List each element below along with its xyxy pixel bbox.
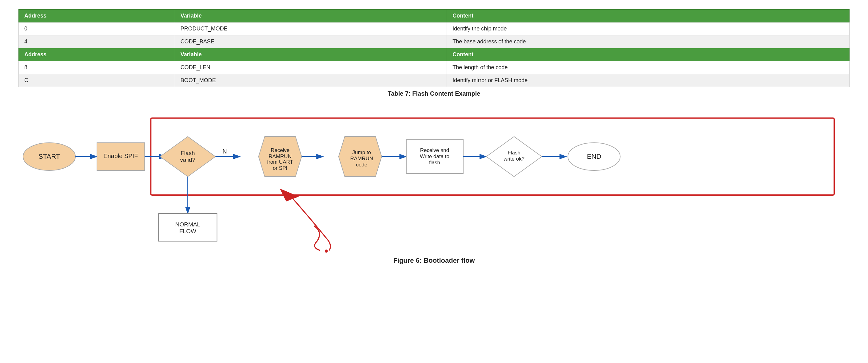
receive-write-line3: flash	[429, 160, 440, 165]
enable-spif-label: Enable SPIF	[103, 153, 138, 159]
cell-variable: PRODUCT_MODE	[175, 23, 447, 35]
col-header-content-2: Content	[447, 48, 849, 61]
col-header-variable-2: Variable	[175, 48, 447, 61]
table-row: 8 CODE_LEN The length of the code	[19, 61, 849, 74]
cell-variable: BOOT_MODE	[175, 74, 447, 87]
cell-content: Identify mirror or FLASH mode	[447, 74, 849, 87]
cell-address: 4	[19, 35, 175, 48]
cell-address: 0	[19, 23, 175, 35]
end-label: END	[587, 153, 601, 160]
jump-ramrun-line2: RAMRUN	[350, 156, 373, 161]
cell-variable: CODE_LEN	[175, 61, 447, 74]
flash-content-table: Address Variable Content 0 PRODUCT_MODE …	[19, 9, 849, 87]
flowchart-svg: START Enable SPIF Flash valid? N Receive…	[19, 106, 849, 253]
receive-ramrun-line4: or SPI	[273, 165, 287, 171]
receive-ramrun-line1: Receive	[271, 147, 289, 153]
cell-address: 8	[19, 61, 175, 74]
svg-point-19	[325, 249, 328, 252]
jump-ramrun-line3: code	[356, 162, 367, 168]
table-caption: Table 7: Flash Content Example	[19, 90, 849, 97]
receive-write-line1: Receive and	[420, 147, 450, 153]
normal-flow-line2: FLOW	[179, 228, 196, 234]
table-row: 0 PRODUCT_MODE Identify the chip mode	[19, 23, 849, 35]
n-label: N	[222, 148, 227, 155]
cell-variable: CODE_BASE	[175, 35, 447, 48]
flash-write-ok-line1: Flash	[507, 150, 521, 156]
cell-content: Identify the chip mode	[447, 23, 849, 35]
col-header-content-1: Content	[447, 9, 849, 23]
col-header-variable-1: Variable	[175, 9, 447, 23]
flash-valid-label: Flash	[181, 150, 195, 156]
receive-ramrun-line3: from UART	[267, 159, 293, 165]
col-header-address-1: Address	[19, 9, 175, 23]
cell-address: C	[19, 74, 175, 87]
cell-content: The base address of the code	[447, 35, 849, 48]
receive-ramrun-line2: RAMRUN	[269, 153, 291, 159]
flash-write-ok-line2: write ok?	[503, 156, 524, 162]
col-header-address-2: Address	[19, 48, 175, 61]
table-row: C BOOT_MODE Identify mirror or FLASH mod…	[19, 74, 849, 87]
jump-ramrun-line1: Jump to	[352, 150, 371, 155]
flowchart: START Enable SPIF Flash valid? N Receive…	[19, 106, 849, 253]
receive-write-line2: Write data to	[420, 153, 450, 159]
table-row: 4 CODE_BASE The base address of the code	[19, 35, 849, 48]
figure-caption: Figure 6: Bootloader flow	[19, 256, 849, 265]
start-label: START	[38, 153, 60, 160]
cell-content: The length of the code	[447, 61, 849, 74]
flash-valid-label2: valid?	[180, 157, 196, 163]
normal-flow-line1: NORMAL	[175, 221, 200, 228]
